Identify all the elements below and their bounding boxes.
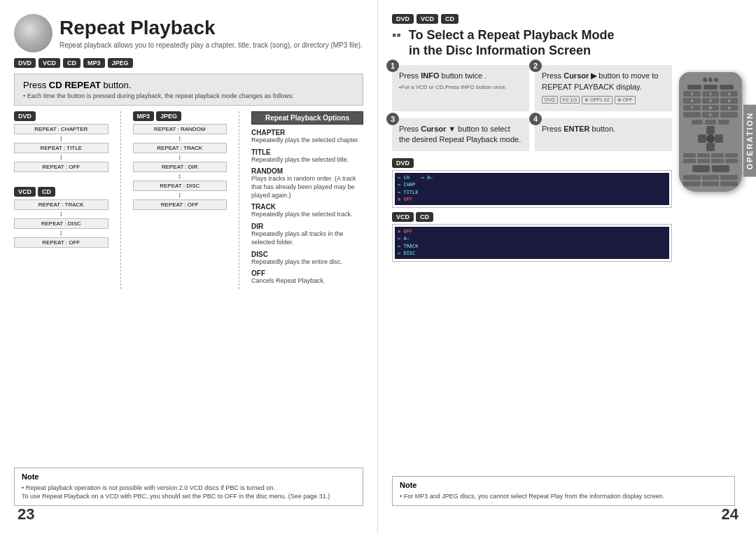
step-2-box: 2 Press Cursor ▶ button to move to REPEA… xyxy=(535,65,672,111)
remote-prev-btn[interactable] xyxy=(692,120,703,125)
remote-key-3[interactable]: 3 xyxy=(720,91,738,97)
remote-bottom-btn-3[interactable] xyxy=(711,153,724,157)
repeat-options: Repeat Playback Options CHAPTER Repeated… xyxy=(251,111,363,289)
mp3-arrow-1: ↕ xyxy=(133,135,227,142)
remote-key-0[interactable]: 0 xyxy=(702,112,720,118)
mp3-flow-item-2: REPEAT : TRACK xyxy=(133,143,227,153)
mp3-arrow-4: ↕ xyxy=(133,192,227,199)
badge-cd: CD xyxy=(63,58,80,68)
remote-extra-btn-4[interactable] xyxy=(683,181,701,186)
flow-diagrams: DVD REPEAT : CHAPTER ↕ REPEAT : TITLE ↕ … xyxy=(14,111,363,289)
dvd-flow-item-1: REPEAT : CHAPTER xyxy=(14,124,108,134)
remote-volume-btn[interactable] xyxy=(692,165,710,172)
vcd-screen: ⊕ OFF ⇔ A– ⇔ TRACK ⇔ DISC xyxy=(392,224,672,262)
remote-extra-buttons xyxy=(683,175,738,186)
remote-bottom-btn-1[interactable] xyxy=(683,153,696,157)
remote-key-7[interactable]: 7 xyxy=(683,105,701,111)
remote-key-4[interactable]: 4 xyxy=(683,98,701,104)
step-row-3-4: 3 Press Cursor ▼ button to select the de… xyxy=(392,118,672,151)
badge-mp3: MP3 xyxy=(83,58,105,68)
remote-key-clear[interactable] xyxy=(683,112,701,118)
step-4-box: 4 Press ENTER button. xyxy=(535,118,672,151)
remote-top-grille xyxy=(683,78,738,82)
right-badge-cd: CD xyxy=(441,14,458,24)
remote-down-btn[interactable] xyxy=(706,143,715,151)
remote-speaker xyxy=(703,78,707,82)
remote-control: 1 2 3 4 5 6 7 8 9 0 xyxy=(679,72,742,192)
step-1-subnote: •For a VCD or CD,Press INFO button once. xyxy=(399,84,522,91)
step-1-bold: INFO xyxy=(421,71,439,80)
remote-extra-btn-6[interactable] xyxy=(720,181,738,186)
display-badge-k0: K0 1/3 xyxy=(560,96,580,104)
step-4-content: Press ENTER button. xyxy=(542,124,665,134)
remote-func-btn[interactable] xyxy=(720,85,734,90)
display-badge-off2: ⊕ OFF xyxy=(615,96,636,104)
step-3-number: 3 xyxy=(386,113,399,125)
vcd-screen-badge: VCD xyxy=(392,212,414,222)
step-1-number: 1 xyxy=(386,59,399,72)
right-page: OPERATION DVD VCD CD ▪▪ To Select a Repe… xyxy=(378,0,756,534)
remote-key-2[interactable]: 2 xyxy=(702,91,720,97)
remote-extra-btn-1[interactable] xyxy=(683,175,701,180)
step-3-bold: Cursor ▼ xyxy=(421,125,456,133)
remote-right-btn[interactable] xyxy=(715,134,723,143)
cd-repeat-bold: CD REPEAT xyxy=(49,80,101,90)
option-off: OFF Cancels Repeat Playback. xyxy=(251,269,363,286)
note-title-left: Note xyxy=(22,472,356,481)
remote-key-6[interactable]: 6 xyxy=(720,98,738,104)
vcd-arrow-2: ↕ xyxy=(14,230,108,237)
remote-extra-btn-2[interactable] xyxy=(702,175,720,180)
option-chapter: CHAPTER Repeatedly plays the selected ch… xyxy=(251,129,363,145)
remote-key-1[interactable]: 1 xyxy=(683,91,701,97)
mp3-flow-badge: MP3 xyxy=(133,111,155,121)
remote-enter-center-btn[interactable] xyxy=(706,134,715,143)
operation-sidebar: OPERATION xyxy=(743,105,756,177)
remote-bottom-btn-6[interactable] xyxy=(697,159,710,163)
remote-control-cluster xyxy=(683,120,738,151)
mp3-flow-item-5: REPEAT : OFF xyxy=(133,199,227,210)
remote-bottom-btn-2[interactable] xyxy=(697,153,710,157)
dvd-flow-badge: DVD xyxy=(14,111,36,121)
remote-mute-btn[interactable] xyxy=(712,165,729,172)
remote-source-btn[interactable] xyxy=(704,85,718,90)
right-format-badges: DVD VCD CD xyxy=(392,14,742,24)
remote-key-8[interactable]: 8 xyxy=(702,105,720,111)
remote-left-btn[interactable] xyxy=(698,134,706,143)
dvd-screen-content: ⇔ CH ⇔ A– ⇔ CHAP ⇔ TITLE ⊕ OFF xyxy=(395,173,669,205)
title-decoration: ▪▪ xyxy=(392,28,401,42)
mp3-flow-item-4: REPEAT : DISC xyxy=(133,181,227,191)
right-badge-dvd: DVD xyxy=(392,14,414,24)
step-4-number: 4 xyxy=(529,113,542,125)
remote-bottom-btn-8[interactable] xyxy=(725,159,738,163)
remote-bottom-btn-4[interactable] xyxy=(725,153,738,157)
display-badge-dvd: DVD xyxy=(542,96,558,104)
mp3-arrow-3: ↕ xyxy=(133,173,227,180)
remote-extra-btn-5[interactable] xyxy=(702,181,720,186)
remote-bottom-btn-5[interactable] xyxy=(683,159,696,163)
badge-dvd: DVD xyxy=(14,58,36,68)
right-note-line-1: • For MP3 and JPEG discs, you cannot sel… xyxy=(400,492,727,501)
option-track-desc: Repeatedly plays the selected track. xyxy=(251,211,363,219)
remote-bottom-btn-7[interactable] xyxy=(711,159,724,163)
remote-key-enter[interactable] xyxy=(720,112,738,118)
page-title: Repeat Playback xyxy=(59,17,363,39)
remote-playback-row xyxy=(683,120,738,125)
remote-play-btn[interactable] xyxy=(705,120,716,125)
remote-extra-btn-3[interactable] xyxy=(720,175,738,180)
remote-bottom-buttons xyxy=(683,153,738,163)
vcd-flow-item-3: REPEAT : OFF xyxy=(14,237,108,248)
remote-key-9[interactable]: 9 xyxy=(720,105,738,111)
page-subtitle: Repeat playback allows you to repeatedly… xyxy=(59,41,363,49)
dvd-screen-section: DVD ⇔ CH ⇔ A– ⇔ CHAP ⇔ TITLE ⊕ OFF xyxy=(392,158,672,208)
vcd-screen-row-1: ⊕ OFF xyxy=(398,228,666,236)
vcd-screen-row-2: ⇔ A– xyxy=(398,235,666,243)
remote-power-btn[interactable] xyxy=(687,85,701,90)
dvd-flow: DVD REPEAT : CHAPTER ↕ REPEAT : TITLE ↕ … xyxy=(14,111,108,289)
title-text: Repeat Playback Repeat playback allows y… xyxy=(59,17,363,50)
remote-next-btn[interactable] xyxy=(718,120,729,125)
cd-screen-badge: CD xyxy=(416,212,433,222)
remote-up-btn[interactable] xyxy=(706,126,715,134)
remote-speaker-2 xyxy=(708,78,713,82)
remote-key-5[interactable]: 5 xyxy=(702,98,720,104)
step-2-screen-area: DVD K0 1/3 ⊕ OFF1 02 ⊕ OFF xyxy=(542,96,665,104)
